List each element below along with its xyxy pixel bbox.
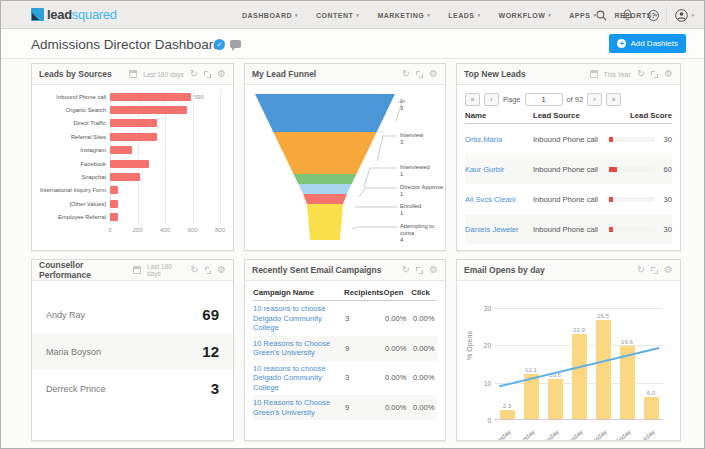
y-tick-label: 0 bbox=[487, 417, 491, 424]
column-header-name[interactable]: Name bbox=[465, 111, 533, 120]
column-header-lead-score[interactable]: Lead Score bbox=[609, 111, 672, 120]
notifications-bell-icon[interactable] bbox=[614, 1, 640, 29]
help-icon[interactable]: ? bbox=[640, 1, 666, 29]
x-axis: 0200400600800 bbox=[110, 227, 224, 237]
y-tick-label: 10 bbox=[484, 379, 491, 386]
funnel-stage-value: 3 bbox=[400, 139, 445, 146]
settings-gear-icon[interactable]: ⚙ bbox=[429, 265, 438, 275]
column-header-lead-source[interactable]: Lead Source bbox=[533, 111, 609, 120]
add-dashlets-button[interactable]: + Add Dashlets bbox=[609, 34, 686, 53]
lead-score-cell: 30 bbox=[609, 195, 672, 204]
settings-gear-icon[interactable]: ⚙ bbox=[664, 265, 673, 275]
campaign-name-link[interactable]: 10 Reasons to Choose Green's University bbox=[253, 339, 345, 358]
column-header-campaign-name[interactable]: Campaign Name bbox=[253, 288, 344, 297]
date-range-label[interactable]: Last 180 days bbox=[143, 71, 183, 78]
column-header-click[interactable]: Click bbox=[411, 288, 437, 297]
nav-item-label: LEADS bbox=[448, 12, 474, 19]
verified-check-icon[interactable]: ✓ bbox=[214, 39, 225, 50]
user-menu[interactable]: ▾ bbox=[666, 6, 698, 24]
page-title: Admissions Director Dashboard bbox=[31, 37, 221, 52]
date-range-label[interactable]: This Year bbox=[604, 71, 631, 78]
calendar-icon[interactable] bbox=[129, 70, 137, 78]
bar-row bbox=[110, 197, 224, 210]
next-page-button[interactable]: › bbox=[587, 93, 602, 106]
lead-name-link[interactable]: Ortiz.Maria bbox=[465, 135, 533, 144]
dashlet-tools: ↻ ⚙ bbox=[402, 265, 438, 275]
expand-icon[interactable] bbox=[205, 267, 211, 274]
campaign-name-link[interactable]: 10 reasons to choose Delgado Community C… bbox=[253, 364, 345, 393]
column-header-recipients[interactable]: Recipients bbox=[344, 288, 384, 297]
table-header-row: Name Lead Source Lead Score bbox=[465, 111, 672, 124]
table-body: 10 reasons to choose Delgado Community C… bbox=[253, 301, 437, 420]
settings-gear-icon[interactable]: ⚙ bbox=[429, 69, 438, 79]
dashlet-header: Top New Leads This Year ↻ ⚙ bbox=[457, 64, 680, 85]
app-window: leadsquared DASHBOARD▾CONTENT▾MARKETING▾… bbox=[0, 0, 705, 449]
open-rate-cell: 0.00% bbox=[385, 314, 413, 323]
dashlet-leads-by-sources: Leads by Sources Last 180 days ↻ ⚙ Inbou… bbox=[31, 63, 234, 251]
bar-category-label: [Other Values] bbox=[34, 197, 106, 210]
page-number-input[interactable] bbox=[525, 93, 563, 106]
expand-icon[interactable] bbox=[651, 267, 658, 274]
pagination: « ‹ Page of 92 › » bbox=[457, 86, 680, 111]
counsellor-name: Maria Boyson bbox=[46, 347, 101, 357]
leadsquared-logo[interactable]: leadsquared bbox=[31, 7, 117, 22]
plus-icon: + bbox=[617, 39, 626, 48]
dashlet-email-campaigns: Recently Sent Email Campaigns ↻ ⚙ Campai… bbox=[244, 259, 446, 441]
chevron-down-icon: ▾ bbox=[427, 12, 430, 18]
counsellor-name: Andy Ray bbox=[46, 310, 85, 320]
settings-gear-icon[interactable]: ⚙ bbox=[217, 265, 226, 275]
click-rate-cell: 0.00% bbox=[413, 403, 435, 412]
refresh-icon[interactable]: ↻ bbox=[637, 69, 645, 79]
campaign-name-link[interactable]: 10 reasons to choose Delgado Community C… bbox=[253, 304, 345, 333]
calendar-icon[interactable] bbox=[590, 70, 598, 78]
first-page-button[interactable]: « bbox=[465, 93, 480, 106]
nav-item-workflow[interactable]: WORKFLOW▾ bbox=[490, 1, 561, 29]
dashlet-counsellor-performance: Counsellor Performance Last 180 days ↻ ⚙… bbox=[31, 259, 234, 441]
click-rate-cell: 0.00% bbox=[413, 373, 435, 382]
prev-page-button[interactable]: ‹ bbox=[484, 93, 499, 106]
dashlet-header: Leads by Sources Last 180 days ↻ ⚙ bbox=[32, 64, 233, 85]
bar-category-label: Facebook bbox=[34, 157, 106, 170]
column-header-open[interactable]: Open bbox=[384, 288, 412, 297]
calendar-icon[interactable] bbox=[133, 266, 141, 274]
lead-score-fill bbox=[609, 197, 613, 202]
last-page-button[interactable]: » bbox=[606, 93, 621, 106]
lead-name-link[interactable]: All Svcs Cleani bbox=[465, 195, 533, 204]
lead-name-link[interactable]: Kaur Gurbir bbox=[465, 165, 533, 174]
refresh-icon[interactable]: ↻ bbox=[402, 69, 410, 79]
nav-item-leads[interactable]: LEADS▾ bbox=[439, 1, 489, 29]
settings-gear-icon[interactable]: ⚙ bbox=[217, 69, 226, 79]
bar bbox=[110, 106, 187, 114]
campaign-name-link[interactable]: 10 Reasons to Choose Green's University bbox=[253, 398, 345, 417]
lead-score-bar bbox=[609, 197, 655, 202]
refresh-icon[interactable]: ↻ bbox=[190, 69, 198, 79]
leads-by-sources-chart: Inbound Phone callOrganic SearchDirect T… bbox=[32, 86, 233, 250]
table-row: Ortiz.MariaInbound Phone call30 bbox=[465, 124, 672, 154]
comment-bubble-icon[interactable] bbox=[230, 40, 241, 48]
nav-item-label: CONTENT bbox=[316, 12, 353, 19]
refresh-icon[interactable]: ↻ bbox=[637, 265, 645, 275]
settings-gear-icon[interactable]: ⚙ bbox=[664, 69, 673, 79]
lead-source-cell: Inbound Phone call bbox=[533, 225, 609, 234]
refresh-icon[interactable]: ↻ bbox=[190, 265, 198, 275]
top-new-leads-table: Name Lead Source Lead Score Ortiz.MariaI… bbox=[465, 111, 672, 250]
lead-score-bar bbox=[609, 227, 655, 232]
lead-name-link[interactable]: Daniels Jeweler bbox=[465, 225, 533, 234]
x-tick-label: 600 bbox=[187, 227, 197, 233]
counsellor-row: Maria Boyson12 bbox=[32, 333, 233, 370]
nav-item-marketing[interactable]: MARKETING▾ bbox=[368, 1, 439, 29]
expand-icon[interactable] bbox=[651, 71, 658, 78]
bar-row bbox=[110, 170, 224, 183]
funnel-stage-name: Interviewed bbox=[400, 164, 445, 171]
expand-icon[interactable] bbox=[416, 71, 423, 78]
refresh-icon[interactable]: ↻ bbox=[402, 265, 410, 275]
expand-icon[interactable] bbox=[204, 71, 211, 78]
chevron-down-icon: ▾ bbox=[356, 12, 359, 18]
nav-item-dashboard[interactable]: DASHBOARD▾ bbox=[233, 1, 307, 29]
nav-item-content[interactable]: CONTENT▾ bbox=[307, 1, 368, 29]
search-icon[interactable] bbox=[588, 1, 614, 29]
expand-icon[interactable] bbox=[416, 267, 423, 274]
lead-source-cell: Inbound Phone call bbox=[533, 135, 609, 144]
bar-category-label: Snapchat bbox=[34, 170, 106, 183]
date-range-label[interactable]: Last 180 days bbox=[147, 263, 184, 277]
